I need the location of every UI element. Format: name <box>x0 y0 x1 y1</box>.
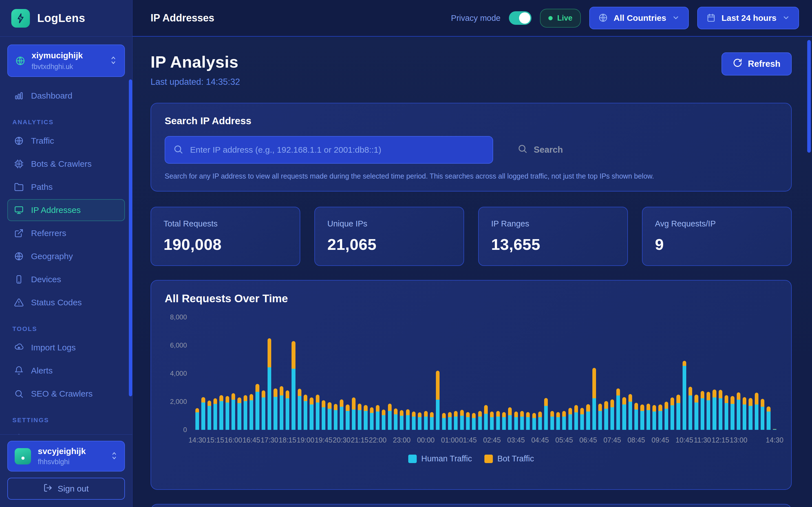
chart-bar[interactable] <box>719 390 722 430</box>
chart-bar[interactable] <box>737 392 741 430</box>
chart-bar[interactable] <box>334 404 338 430</box>
chart-bar[interactable] <box>255 384 259 430</box>
chart-bar[interactable] <box>442 413 446 430</box>
chart-bar[interactable] <box>412 411 416 430</box>
chart-bar[interactable] <box>665 402 668 430</box>
chart-bar[interactable] <box>743 397 746 430</box>
chart-bar[interactable] <box>532 413 536 430</box>
sidebar-item-geography[interactable]: Geography <box>7 245 125 267</box>
chart-bar[interactable] <box>472 413 476 430</box>
chart-bar[interactable] <box>327 402 331 430</box>
chart-bar[interactable] <box>195 408 199 430</box>
chart-bar[interactable] <box>460 410 464 430</box>
chart-bar[interactable] <box>773 429 776 430</box>
chart-bar[interactable] <box>580 408 584 430</box>
chart-bar[interactable] <box>526 412 530 430</box>
chart-bar[interactable] <box>370 407 373 430</box>
chart-bar[interactable] <box>430 412 434 430</box>
search-button[interactable]: Search <box>517 144 563 156</box>
sidebar-item-seo-crawlers[interactable]: SEO & Crawlers <box>7 383 125 405</box>
chart-bar[interactable] <box>466 412 470 430</box>
chart-bar[interactable] <box>454 411 458 430</box>
chart-bar[interactable] <box>448 412 452 430</box>
chart-bar[interactable] <box>358 404 361 430</box>
chart-bar[interactable] <box>622 397 626 430</box>
chart-bar[interactable] <box>304 395 307 430</box>
chart-bar[interactable] <box>520 411 524 430</box>
chart-bar[interactable] <box>388 404 392 430</box>
chart-bar[interactable] <box>749 398 752 430</box>
sidebar-item-paths[interactable]: Paths <box>7 176 125 198</box>
chart-bar[interactable] <box>568 408 572 430</box>
sidebar-item-traffic[interactable]: Traffic <box>7 130 125 152</box>
ip-search-input[interactable] <box>165 136 493 164</box>
refresh-button[interactable]: Refresh <box>721 52 792 75</box>
chart-bar[interactable] <box>207 400 211 430</box>
chart-bar[interactable] <box>286 390 289 430</box>
chart-bar[interactable] <box>219 395 223 430</box>
chart-bar[interactable] <box>502 412 506 430</box>
user-card[interactable]: svcyjeighijk fhhsvblghi <box>7 441 125 471</box>
chart-bar[interactable] <box>490 411 494 430</box>
sidebar-scrollbar[interactable] <box>129 79 132 396</box>
chart-bar[interactable] <box>424 411 428 430</box>
chart-bar[interactable] <box>267 338 271 430</box>
sidebar-item-alerts[interactable]: Alerts <box>7 360 125 382</box>
chart-bar[interactable] <box>406 409 410 430</box>
privacy-mode-toggle[interactable] <box>509 11 531 25</box>
time-range-button[interactable]: Last 24 hours <box>697 7 799 29</box>
chart-bar[interactable] <box>364 405 367 430</box>
sidebar-item-dashboard[interactable]: Dashboard <box>7 85 125 107</box>
chart-bar[interactable] <box>616 388 620 430</box>
sidebar-item-devices[interactable]: Devices <box>7 269 125 290</box>
chart-bar[interactable] <box>418 412 421 430</box>
chart-bar[interactable] <box>550 411 554 430</box>
chart-bar[interactable] <box>767 406 770 430</box>
chart-bar[interactable] <box>755 393 758 430</box>
chart-bar[interactable] <box>213 398 217 430</box>
chart-bar[interactable] <box>640 404 644 430</box>
chart-bar[interactable] <box>701 391 704 430</box>
chart-bar[interactable] <box>670 397 674 430</box>
sidebar-item-import-logs[interactable]: Import Logs <box>7 337 125 358</box>
chart-bar[interactable] <box>707 392 710 430</box>
sign-out-button[interactable]: Sign out <box>7 478 125 500</box>
chart-bar[interactable] <box>598 404 602 430</box>
chart-bar[interactable] <box>628 394 632 430</box>
chart-bar[interactable] <box>695 395 698 430</box>
chart-bar[interactable] <box>652 405 656 430</box>
chart-bar[interactable] <box>538 411 542 430</box>
chart-bar[interactable] <box>400 410 403 430</box>
chart-bar[interactable] <box>730 396 734 430</box>
chart-bar[interactable] <box>562 411 566 430</box>
chart-bar[interactable] <box>610 399 614 430</box>
chart-bar[interactable] <box>586 404 590 430</box>
chart-bar[interactable] <box>280 386 283 430</box>
chart-bar[interactable] <box>604 401 608 430</box>
chart-bar[interactable] <box>635 403 638 430</box>
chart-bar[interactable] <box>298 389 301 430</box>
chart-bar[interactable] <box>478 411 482 430</box>
chart-bar[interactable] <box>225 396 229 430</box>
chart-bar[interactable] <box>250 394 253 430</box>
sidebar-item-website-settings[interactable]: Website Settings <box>7 428 125 434</box>
sidebar-item-status-codes[interactable]: Status Codes <box>7 291 125 314</box>
chart-bar[interactable] <box>232 393 235 430</box>
chart-bar[interactable] <box>689 387 692 430</box>
chart-bar[interactable] <box>310 397 313 430</box>
chart-bar[interactable] <box>682 361 686 430</box>
chart-bar[interactable] <box>352 397 356 430</box>
chart-bar[interactable] <box>725 395 728 430</box>
chart-bar[interactable] <box>592 368 596 430</box>
workspace-selector[interactable]: xiymucighijk fbvtxdhghi.uk <box>7 45 125 77</box>
chart-bar[interactable] <box>712 390 716 430</box>
sidebar-item-ip-addresses[interactable]: IP Addresses <box>7 199 125 221</box>
chart-bar[interactable] <box>201 397 205 430</box>
sidebar-item-bots-crawlers[interactable]: Bots & Crawlers <box>7 153 125 175</box>
chart-bar[interactable] <box>244 395 247 430</box>
chart-bar[interactable] <box>658 404 662 430</box>
chart-bar[interactable] <box>556 412 560 430</box>
chart-bar[interactable] <box>484 405 488 430</box>
chart-bar[interactable] <box>238 397 241 430</box>
chart-bar[interactable] <box>761 399 764 430</box>
